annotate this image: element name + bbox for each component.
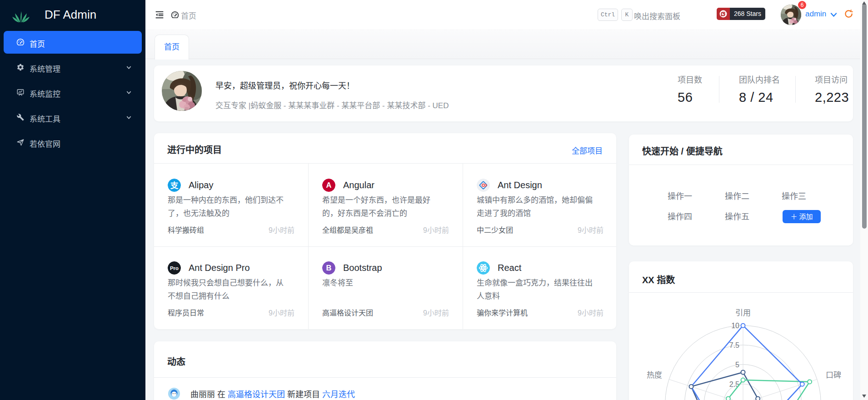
svg-text:引用: 引用 [735, 309, 751, 317]
svg-text:Pro: Pro [170, 265, 179, 271]
svg-text:10: 10 [731, 322, 739, 330]
svg-text:热度: 热度 [647, 371, 662, 380]
svg-text:5: 5 [735, 361, 739, 369]
svg-text:B: B [326, 264, 332, 272]
svg-text:7.5: 7.5 [729, 341, 739, 349]
svg-text:口碑: 口碑 [826, 371, 841, 380]
svg-text:支: 支 [170, 181, 179, 190]
svg-text:A: A [326, 181, 332, 190]
